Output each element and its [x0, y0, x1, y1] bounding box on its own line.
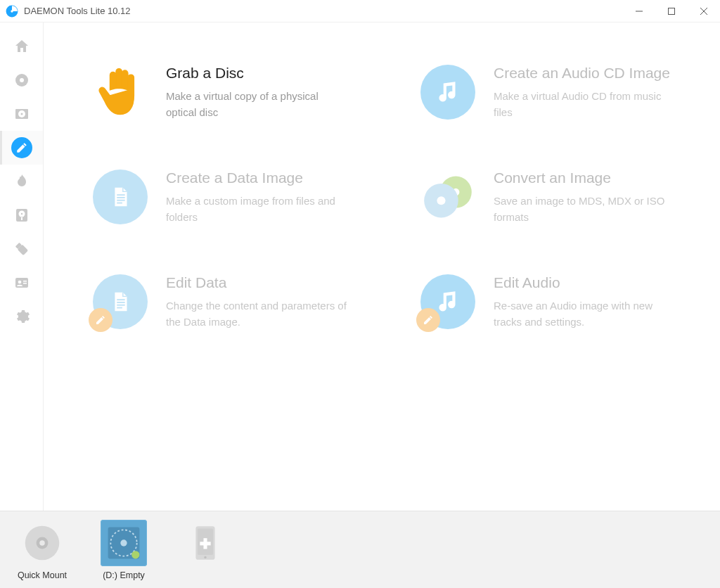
- svg-point-42: [204, 556, 206, 558]
- bottom-label: (D:) Empty: [103, 570, 145, 580]
- close-button[interactable]: [688, 0, 720, 23]
- svg-rect-29: [117, 305, 124, 306]
- action-create-audio-cd[interactable]: Create an Audio CD Image Make a virtual …: [420, 65, 692, 120]
- bottom-quick-mount[interactable]: Quick Mount: [10, 520, 75, 580]
- svg-point-36: [120, 539, 127, 546]
- maximize-button[interactable]: [655, 0, 688, 23]
- sidebar-item-usb[interactable]: [0, 232, 44, 266]
- bottom-label: Quick Mount: [18, 570, 67, 580]
- bottom-label: [204, 570, 206, 580]
- sidebar-item-settings[interactable]: [0, 300, 44, 333]
- app-icon: [6, 5, 18, 18]
- action-edit-audio[interactable]: Edit Audio Re-save an Audio image with n…: [420, 274, 692, 330]
- action-title: Convert an Image: [494, 170, 676, 186]
- svg-point-11: [20, 213, 22, 215]
- svg-rect-30: [117, 307, 122, 309]
- action-grab-disc[interactable]: Grab a Disc Make a virtual copy of a phy…: [93, 65, 364, 120]
- bottom-add-device[interactable]: [173, 520, 238, 580]
- sidebar-item-hdd[interactable]: [0, 198, 44, 232]
- sidebar: [0, 23, 44, 511]
- sidebar-item-home[interactable]: [0, 30, 44, 63]
- svg-point-26: [437, 196, 445, 205]
- action-title: Create a Data Image: [166, 170, 349, 186]
- svg-rect-22: [117, 203, 122, 204]
- action-desc: Save an image to MDS, MDX or ISO formats: [494, 193, 676, 225]
- action-desc: Make a virtual Audio CD from music files: [494, 89, 676, 120]
- action-desc: Make a custom image from files and folde…: [166, 193, 349, 225]
- svg-rect-41: [200, 542, 210, 545]
- music-note-icon: [420, 65, 475, 120]
- sidebar-item-editor[interactable]: [0, 131, 44, 165]
- action-create-data-image[interactable]: Create a Data Image Make a custom image …: [93, 170, 364, 225]
- sidebar-item-account[interactable]: [0, 266, 44, 300]
- svg-rect-3: [669, 8, 675, 14]
- pencil-badge-icon: [89, 308, 112, 332]
- app-body: Grab a Disc Make a virtual copy of a phy…: [0, 23, 720, 511]
- quick-mount-icon: [19, 520, 65, 566]
- add-device-icon: [182, 520, 229, 566]
- titlebar: DAEMON Tools Lite 10.12: [0, 0, 720, 23]
- svg-point-5: [20, 78, 24, 82]
- svg-rect-2: [636, 11, 643, 11]
- svg-rect-28: [117, 302, 124, 303]
- hand-icon: [93, 65, 148, 120]
- action-title: Create an Audio CD Image: [494, 65, 676, 82]
- document-edit-icon: [93, 274, 148, 329]
- svg-point-16: [18, 281, 21, 284]
- svg-rect-21: [117, 200, 124, 201]
- action-desc: Re-save an Audio image with new tracks a…: [494, 298, 676, 330]
- svg-rect-19: [117, 194, 124, 196]
- action-edit-data[interactable]: Edit Data Change the content and paramet…: [93, 274, 364, 330]
- sidebar-item-burn[interactable]: [0, 165, 44, 198]
- action-desc: Change the content and parameters of the…: [166, 298, 349, 330]
- svg-rect-20: [117, 197, 124, 198]
- action-title: Edit Data: [166, 274, 349, 291]
- action-convert-image[interactable]: Convert an Image Save an image to MDS, M…: [420, 170, 692, 225]
- svg-point-37: [131, 551, 139, 558]
- svg-point-33: [39, 540, 44, 545]
- sidebar-item-images[interactable]: [0, 63, 44, 97]
- action-title: Grab a Disc: [166, 65, 349, 82]
- virtual-drive-icon: [101, 520, 147, 566]
- bottom-drive-d[interactable]: (D:) Empty: [91, 520, 156, 580]
- bottombar: Quick Mount (D:) Empty: [0, 511, 720, 588]
- svg-rect-27: [117, 299, 124, 300]
- discs-icon: [420, 170, 475, 224]
- music-edit-icon: [420, 274, 475, 329]
- action-title: Edit Audio: [494, 274, 676, 291]
- document-icon: [93, 170, 148, 224]
- svg-point-1: [11, 10, 13, 12]
- svg-point-8: [20, 113, 22, 115]
- pencil-badge-icon: [416, 308, 440, 332]
- svg-rect-18: [23, 283, 27, 284]
- svg-rect-17: [23, 281, 27, 282]
- svg-rect-12: [21, 217, 22, 220]
- action-desc: Make a virtual copy of a physical optica…: [166, 89, 349, 120]
- minimize-button[interactable]: [623, 0, 655, 23]
- window-title: DAEMON Tools Lite 10.12: [24, 6, 131, 16]
- content-area: Grab a Disc Make a virtual copy of a phy…: [44, 23, 720, 511]
- sidebar-item-drives[interactable]: [0, 97, 44, 131]
